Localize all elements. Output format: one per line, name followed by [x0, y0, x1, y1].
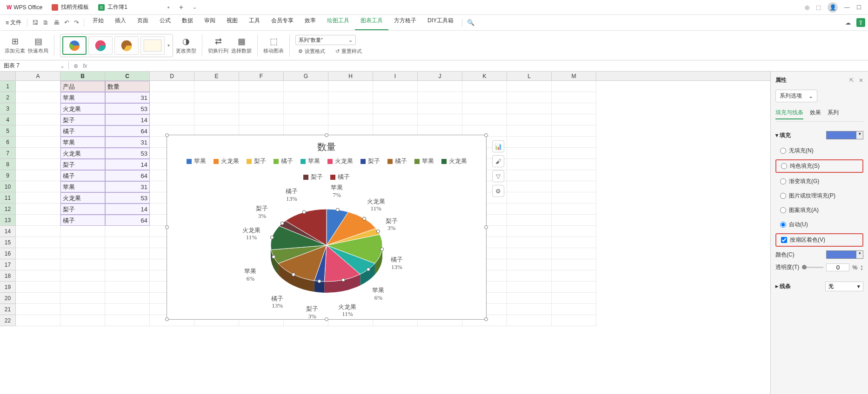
cell[interactable]: [16, 237, 60, 248]
column-header[interactable]: A: [16, 72, 60, 80]
legend-item[interactable]: 火龙果: [214, 157, 239, 165]
cell[interactable]: [552, 204, 596, 215]
cell[interactable]: [194, 103, 239, 114]
cell[interactable]: [552, 215, 596, 226]
cell[interactable]: [552, 259, 596, 270]
cell[interactable]: [150, 81, 194, 92]
cell[interactable]: [507, 137, 552, 148]
pattern-fill-radio[interactable]: 图案填充(A): [775, 204, 863, 216]
row-header[interactable]: 7: [0, 148, 16, 159]
chart-style-3[interactable]: [114, 36, 139, 55]
cell[interactable]: [328, 103, 373, 114]
legend-item[interactable]: 苹果: [414, 157, 434, 165]
cell[interactable]: [60, 248, 105, 259]
cell[interactable]: [552, 103, 596, 114]
cell[interactable]: [16, 181, 60, 192]
cell[interactable]: [60, 282, 105, 293]
cell[interactable]: [552, 81, 596, 92]
reset-style-button[interactable]: ↺重置样式: [333, 47, 365, 56]
column-header[interactable]: G: [284, 72, 328, 80]
pie-data-label[interactable]: 火龙果11%: [367, 198, 385, 212]
cell[interactable]: 64: [105, 125, 150, 137]
row-header[interactable]: 9: [0, 170, 16, 181]
menu-item[interactable]: 开始: [87, 15, 109, 30]
cell[interactable]: [16, 259, 60, 270]
cell[interactable]: [507, 259, 552, 270]
spreadsheet[interactable]: ABCDEFGHIJKLM 1产品数量2苹果313火龙果534梨子145橘子64…: [0, 72, 770, 394]
cell[interactable]: [373, 92, 418, 103]
cell[interactable]: 梨子: [60, 204, 105, 215]
cell[interactable]: [552, 192, 596, 204]
cell[interactable]: [507, 103, 552, 114]
switch-rc-button[interactable]: ⇄ 切换行列: [208, 36, 228, 54]
cell[interactable]: [105, 248, 150, 259]
legend-item[interactable]: 橘子: [387, 157, 407, 165]
row-header[interactable]: 3: [0, 103, 16, 114]
cell[interactable]: 14: [105, 114, 150, 125]
cell[interactable]: [16, 215, 60, 226]
chart-settings-button[interactable]: ⚙: [492, 185, 504, 197]
cell[interactable]: [507, 304, 552, 315]
row-header[interactable]: 2: [0, 92, 16, 103]
cell[interactable]: [552, 137, 596, 148]
cell[interactable]: 31: [105, 137, 150, 148]
gradient-fill-radio[interactable]: 渐变填充(G): [775, 176, 863, 187]
cell[interactable]: [239, 114, 284, 125]
row-header[interactable]: 5: [0, 125, 16, 137]
cell[interactable]: [16, 125, 60, 137]
cell[interactable]: 火龙果: [60, 103, 105, 114]
menu-item[interactable]: 审阅: [199, 15, 221, 30]
cell[interactable]: [16, 170, 60, 181]
fill-color-swatch[interactable]: ▾: [826, 131, 863, 139]
series-options-dropdown[interactable]: 系列选项⌄: [775, 90, 817, 102]
close-icon[interactable]: •: [167, 4, 170, 11]
cell[interactable]: [507, 159, 552, 170]
row-header[interactable]: 20: [0, 293, 16, 304]
picture-fill-radio[interactable]: 图片或纹理填充(P): [775, 190, 863, 202]
cell[interactable]: 苹果: [60, 181, 105, 192]
menu-item[interactable]: 图表工具: [355, 15, 388, 30]
cell[interactable]: [60, 270, 105, 282]
cell[interactable]: [552, 125, 596, 137]
row-header[interactable]: 17: [0, 259, 16, 270]
share-icon[interactable]: ⇪: [856, 18, 865, 27]
legend-item[interactable]: 梨子: [247, 157, 266, 165]
cell[interactable]: [150, 92, 194, 103]
cell[interactable]: [373, 114, 418, 125]
cell[interactable]: [105, 315, 150, 326]
cell[interactable]: [194, 114, 239, 125]
cell[interactable]: [507, 282, 552, 293]
cell[interactable]: [60, 237, 105, 248]
pie-data-label[interactable]: 梨子3%: [306, 305, 318, 320]
cell[interactable]: [239, 103, 284, 114]
cell[interactable]: [507, 114, 552, 125]
row-header[interactable]: 21: [0, 304, 16, 315]
cell[interactable]: [16, 293, 60, 304]
cell[interactable]: [284, 92, 328, 103]
cell[interactable]: [373, 103, 418, 114]
cell[interactable]: [552, 282, 596, 293]
cell[interactable]: [507, 248, 552, 259]
legend-item[interactable]: 火龙果: [441, 157, 467, 165]
cell[interactable]: [552, 226, 596, 237]
cell[interactable]: [16, 226, 60, 237]
cell[interactable]: [507, 293, 552, 304]
cloud-icon[interactable]: ☁: [841, 20, 855, 26]
cell[interactable]: [507, 170, 552, 181]
pie-data-label[interactable]: 橘子13%: [286, 188, 298, 202]
resize-handle[interactable]: [165, 317, 169, 321]
cell[interactable]: [507, 237, 552, 248]
menu-item[interactable]: 绘图工具: [321, 15, 355, 30]
cell[interactable]: [60, 315, 105, 326]
transparency-input[interactable]: [826, 263, 849, 271]
cell[interactable]: [462, 114, 507, 125]
cell[interactable]: [16, 148, 60, 159]
cell[interactable]: [552, 114, 596, 125]
menu-item[interactable]: 视图: [221, 15, 243, 30]
cell[interactable]: [507, 226, 552, 237]
legend-item[interactable]: 苹果: [300, 157, 320, 165]
legend-item[interactable]: 苹果: [187, 157, 206, 165]
cell[interactable]: 梨子: [60, 114, 105, 125]
step-up[interactable]: ▲: [860, 264, 863, 268]
cell[interactable]: [507, 92, 552, 103]
